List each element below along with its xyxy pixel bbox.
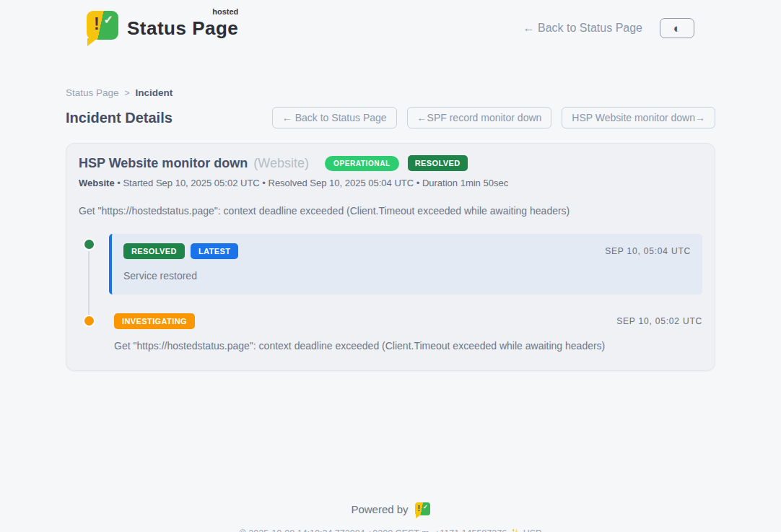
breadcrumb-separator: > <box>125 88 130 98</box>
status-page-logo-icon-small[interactable]: ! ✓ <box>415 502 430 515</box>
breadcrumb-incident: Incident <box>136 87 173 98</box>
timeline-dot-green <box>83 238 95 250</box>
header: ! ✓ Status Page hosted ← Back to Status … <box>0 0 781 40</box>
checkmark-glyph: ✓ <box>104 13 113 27</box>
incident-component: (Website) <box>253 156 309 171</box>
back-to-status-page-button[interactable]: ← Back to Status Page <box>272 107 397 128</box>
timeline-entry-head: RESOLVED LATEST SEP 10, 05:04 UTC <box>123 243 691 259</box>
next-incident-button[interactable]: HSP Website monitor down→ <box>562 107 715 128</box>
brand-logo[interactable]: ! ✓ Status Page hosted <box>87 11 238 40</box>
timeline-message: Get "https://hostedstatus.page": context… <box>114 340 702 352</box>
title-row: Incident Details ← Back to Status Page ←… <box>66 107 715 128</box>
timeline-timestamp: SEP 10, 05:02 UTC <box>616 316 702 326</box>
incident-card-header: HSP Website monitor down (Website) OPERA… <box>79 155 702 171</box>
investigating-badge: INVESTIGATING <box>114 313 195 329</box>
theme-toggle-button[interactable]: ◐ <box>660 18 694 38</box>
incident-title: HSP Website monitor down <box>79 156 248 171</box>
brand-name: Status Page <box>127 17 238 39</box>
timeline-entry-resolved: RESOLVED LATEST SEP 10, 05:04 UTC Servic… <box>79 234 702 295</box>
breadcrumb-status-page[interactable]: Status Page <box>66 87 119 98</box>
breadcrumb: Status Page > Incident <box>66 87 715 98</box>
checkmark-glyph: ✓ <box>423 504 428 510</box>
footer: Powered by ! ✓ © 2025-10-08 14:10:34.772… <box>0 502 781 532</box>
main-content: Status Page > Incident Incident Details … <box>66 87 715 371</box>
timeline-entry-box: INVESTIGATING SEP 10, 05:02 UTC Get "htt… <box>109 312 702 352</box>
incident-meta-component: Website <box>79 178 115 188</box>
header-actions: ← Back to Status Page ◐ <box>523 18 694 38</box>
incident-description: Get "https://hostedstatus.page": context… <box>79 205 702 217</box>
timeline-entry-investigating: INVESTIGATING SEP 10, 05:02 UTC Get "htt… <box>79 312 702 352</box>
copyright-line: © 2025-10-08 14:10:34.772084 +0200 CEST … <box>0 528 781 532</box>
timeline-connector-line <box>88 251 90 315</box>
timeline-timestamp: SEP 10, 05:04 UTC <box>605 246 691 256</box>
incident-meta: Website • Started Sep 10, 2025 05:02 UTC… <box>79 178 702 188</box>
timeline-entry-box-latest: RESOLVED LATEST SEP 10, 05:04 UTC Servic… <box>109 234 702 295</box>
resolved-badge: RESOLVED <box>123 243 185 259</box>
timeline-message: Service restored <box>123 270 691 282</box>
powered-by: Powered by ! ✓ <box>0 502 781 515</box>
incident-timeline: RESOLVED LATEST SEP 10, 05:04 UTC Servic… <box>79 234 702 352</box>
resolved-status-badge: RESOLVED <box>408 155 468 171</box>
brand-superscript: hosted <box>212 7 238 16</box>
latest-badge: LATEST <box>191 243 238 259</box>
header-back-link[interactable]: ← Back to Status Page <box>523 22 642 35</box>
timeline-dot-orange <box>83 315 95 327</box>
operational-status-badge: OPERATIONAL <box>325 156 399 171</box>
timeline-rail <box>79 312 109 352</box>
status-page-logo-icon: ! ✓ <box>87 11 118 40</box>
powered-by-label: Powered by <box>351 503 408 515</box>
incident-card: HSP Website monitor down (Website) OPERA… <box>66 143 715 371</box>
incident-nav-buttons: ← Back to Status Page ←SPF record monito… <box>272 107 715 128</box>
exclamation-glyph: ! <box>418 504 421 513</box>
page-title: Incident Details <box>66 110 173 126</box>
timeline-rail <box>79 234 109 295</box>
incident-meta-details: • Started Sep 10, 2025 05:02 UTC • Resol… <box>115 178 509 188</box>
brand-text: Status Page hosted <box>127 12 238 40</box>
half-circle-contrast-icon: ◐ <box>673 22 681 35</box>
timeline-entry-head: INVESTIGATING SEP 10, 05:02 UTC <box>114 313 702 329</box>
prev-incident-button[interactable]: ←SPF record monitor down <box>407 107 552 128</box>
exclamation-glyph: ! <box>94 14 100 34</box>
